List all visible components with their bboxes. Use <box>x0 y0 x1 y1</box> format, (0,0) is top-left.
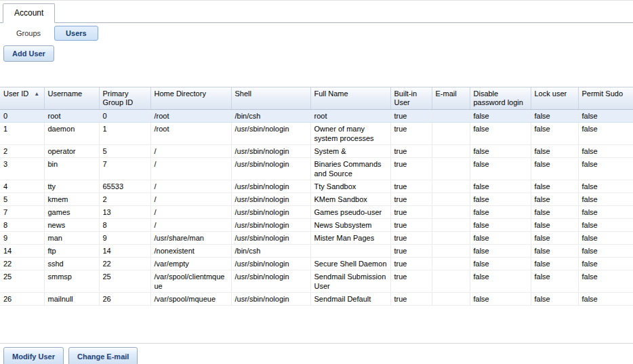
table-cell-permit-sudo: false <box>578 258 633 270</box>
column-header-permit-sudo[interactable]: Permit Sudo <box>578 87 633 110</box>
table-cell-user-id: 26 <box>0 293 44 306</box>
table-cell-permit-sudo: false <box>578 206 633 219</box>
table-cell-built-in-user: true <box>390 158 432 180</box>
table-cell-full-name: Mister Man Pages <box>310 232 390 245</box>
table-cell-home-directory: /nonexistent <box>150 245 231 258</box>
table-cell-shell: /bin/csh <box>231 245 310 258</box>
table-row[interactable]: 7games13//usr/sbin/nologinGames pseudo-u… <box>0 206 633 219</box>
table-cell-primary-group-id: 8 <box>99 219 150 232</box>
table-cell-shell: /usr/sbin/nologin <box>231 293 310 306</box>
table-cell-primary-group-id: 7 <box>99 158 150 180</box>
table-row[interactable]: 8news8//usr/sbin/nologinNews Subsystemtr… <box>0 219 633 232</box>
table-cell-full-name: News Subsystem <box>310 219 390 232</box>
table-cell-e-mail <box>432 193 470 206</box>
table-row[interactable]: 2operator5//usr/sbin/nologinSystem &true… <box>0 145 633 158</box>
table-cell-username: smmsp <box>44 270 99 293</box>
table-cell-built-in-user: true <box>390 123 432 145</box>
modify-user-button[interactable]: Modify User <box>3 347 64 364</box>
change-email-button[interactable]: Change E-mail <box>68 347 138 364</box>
sub-tabbar: Groups Users <box>0 23 633 41</box>
add-user-button[interactable]: Add User <box>3 45 54 62</box>
table-row[interactable]: 4tty65533//usr/sbin/nologinTty Sandboxtr… <box>0 180 633 193</box>
table-cell-e-mail <box>432 245 470 258</box>
table-cell-disable-password-login: false <box>470 193 531 206</box>
table-cell-full-name: Sendmail Default <box>310 293 390 306</box>
table-cell-built-in-user: true <box>390 232 432 245</box>
table-row[interactable]: 25smmsp25/var/spool/clientmqueue/usr/sbi… <box>0 270 633 293</box>
column-header-shell[interactable]: Shell <box>231 87 310 110</box>
table-cell-e-mail <box>432 270 470 293</box>
tab-account[interactable]: Account <box>3 3 55 23</box>
table-row[interactable]: 22sshd22/var/empty/usr/sbin/nologinSecur… <box>0 258 633 270</box>
table-cell-lock-user: false <box>531 123 578 145</box>
table-cell-disable-password-login: false <box>470 270 531 293</box>
table-cell-shell: /usr/sbin/nologin <box>231 158 310 180</box>
table-cell-user-id: 3 <box>0 158 44 180</box>
table-row[interactable]: 9man9/usr/share/man/usr/sbin/nologinMist… <box>0 232 633 245</box>
table-cell-user-id: 9 <box>0 232 44 245</box>
users-grid: User ID▲UsernamePrimary Group IDHome Dir… <box>0 87 633 343</box>
table-cell-primary-group-id: 9 <box>99 232 150 245</box>
table-cell-shell: /usr/sbin/nologin <box>231 206 310 219</box>
table-cell-full-name: Tty Sandbox <box>310 180 390 193</box>
table-cell-built-in-user: true <box>390 145 432 158</box>
table-cell-full-name: System & <box>310 145 390 158</box>
table-row[interactable]: 1daemon1/root/usr/sbin/nologinOwner of m… <box>0 123 633 145</box>
table-cell-user-id: 25 <box>0 270 44 293</box>
table-cell-lock-user: false <box>531 270 578 293</box>
table-row[interactable]: 26mailnull26/var/spool/mqueue/usr/sbin/n… <box>0 293 633 306</box>
column-header-full-name[interactable]: Full Name <box>310 87 390 110</box>
table-cell-e-mail <box>432 232 470 245</box>
column-header-disable-password-login[interactable]: Disable password login <box>470 87 531 110</box>
table-cell-full-name: KMem Sandbox <box>310 193 390 206</box>
table-cell-home-directory: /root <box>150 123 231 145</box>
column-header-e-mail[interactable]: E-mail <box>432 87 470 110</box>
table-cell-lock-user: false <box>531 258 578 270</box>
table-cell-permit-sudo: false <box>578 245 633 258</box>
table-cell-username: daemon <box>44 123 99 145</box>
table-cell-home-directory: / <box>150 206 231 219</box>
table-cell-lock-user: false <box>531 293 578 306</box>
table-cell-user-id: 22 <box>0 258 44 270</box>
table-cell-e-mail <box>432 258 470 270</box>
table-cell-home-directory: / <box>150 158 231 180</box>
column-header-user-id[interactable]: User ID▲ <box>0 87 44 110</box>
table-cell-primary-group-id: 65533 <box>99 180 150 193</box>
table-cell-permit-sudo: false <box>578 193 633 206</box>
table-cell-primary-group-id: 5 <box>99 145 150 158</box>
column-header-home-directory[interactable]: Home Directory <box>150 87 231 110</box>
table-cell-permit-sudo: false <box>578 270 633 293</box>
column-header-username[interactable]: Username <box>44 87 99 110</box>
subtab-groups[interactable]: Groups <box>14 26 43 40</box>
column-header-label: Primary Group ID <box>103 89 134 106</box>
column-header-built-in-user[interactable]: Built-in User <box>390 87 432 110</box>
table-row[interactable]: 14ftp14/nonexistent/bin/cshtruefalsefals… <box>0 245 633 258</box>
table-cell-permit-sudo: false <box>578 219 633 232</box>
table-cell-home-directory: / <box>150 193 231 206</box>
column-header-lock-user[interactable]: Lock user <box>531 87 578 110</box>
table-cell-primary-group-id: 14 <box>99 245 150 258</box>
table-cell-disable-password-login: false <box>470 219 531 232</box>
table-row[interactable]: 3bin7//usr/sbin/nologinBinaries Commands… <box>0 158 633 180</box>
table-cell-built-in-user: true <box>390 180 432 193</box>
column-header-label: Built-in User <box>394 89 417 106</box>
table-cell-shell: /usr/sbin/nologin <box>231 232 310 245</box>
table-cell-lock-user: false <box>531 180 578 193</box>
table-cell-full-name: Sendmail Submission User <box>310 270 390 293</box>
table-cell-shell: /usr/sbin/nologin <box>231 258 310 270</box>
column-header-primary-group-id[interactable]: Primary Group ID <box>99 87 150 110</box>
table-cell-lock-user: false <box>531 158 578 180</box>
subtab-users[interactable]: Users <box>54 26 98 41</box>
table-cell-e-mail <box>432 158 470 180</box>
table-cell-user-id: 7 <box>0 206 44 219</box>
table-cell-full-name: Games pseudo-user <box>310 206 390 219</box>
table-cell-username: operator <box>44 145 99 158</box>
table-row[interactable]: 5kmem2//usr/sbin/nologinKMem Sandboxtrue… <box>0 193 633 206</box>
table-cell-e-mail <box>432 110 470 123</box>
table-cell-primary-group-id: 13 <box>99 206 150 219</box>
table-row[interactable]: 0root0/root/bin/cshroottruefalsefalsefal… <box>0 110 633 123</box>
table-cell-primary-group-id: 22 <box>99 258 150 270</box>
grid-body: 0root0/root/bin/cshroottruefalsefalsefal… <box>0 110 633 306</box>
table-cell-user-id: 2 <box>0 145 44 158</box>
table-cell-lock-user: false <box>531 245 578 258</box>
